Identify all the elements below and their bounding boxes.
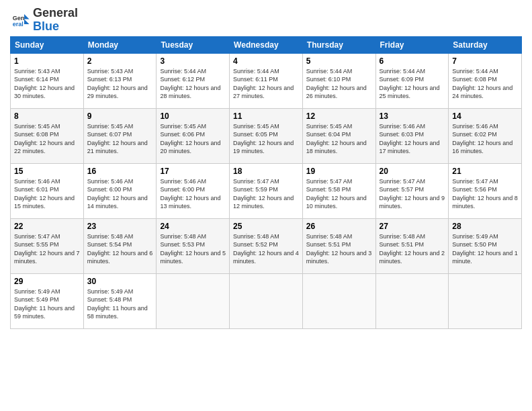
day-number: 24 (160, 222, 226, 231)
day-number: 12 (306, 111, 372, 121)
calendar-day-cell: 8 Sunrise: 5:45 AM Sunset: 6:08 PM Dayli… (11, 108, 84, 163)
day-info: Sunrise: 5:46 AM Sunset: 6:02 PM Dayligh… (452, 122, 518, 156)
day-info: Sunrise: 5:49 AM Sunset: 5:48 PM Dayligh… (87, 287, 153, 321)
day-number: 26 (306, 222, 372, 231)
day-info: Sunrise: 5:48 AM Sunset: 5:54 PM Dayligh… (87, 232, 153, 266)
day-info: Sunrise: 5:43 AM Sunset: 6:13 PM Dayligh… (87, 67, 153, 101)
calendar-day-cell (302, 273, 375, 328)
day-info: Sunrise: 5:45 AM Sunset: 6:06 PM Dayligh… (160, 122, 226, 156)
calendar-day-cell: 12 Sunrise: 5:45 AM Sunset: 6:04 PM Dayl… (302, 108, 375, 163)
calendar-day-cell: 19 Sunrise: 5:47 AM Sunset: 5:58 PM Dayl… (302, 163, 375, 218)
day-number: 25 (233, 222, 299, 231)
day-info: Sunrise: 5:45 AM Sunset: 6:04 PM Dayligh… (306, 122, 372, 156)
day-number: 7 (452, 56, 518, 66)
day-info: Sunrise: 5:48 AM Sunset: 5:53 PM Dayligh… (160, 232, 226, 266)
calendar-day-cell: 29 Sunrise: 5:49 AM Sunset: 5:49 PM Dayl… (11, 273, 84, 328)
day-number: 23 (87, 222, 153, 231)
day-info: Sunrise: 5:47 AM Sunset: 5:56 PM Dayligh… (452, 177, 518, 211)
calendar-week-row: 15 Sunrise: 5:46 AM Sunset: 6:01 PM Dayl… (11, 163, 522, 218)
weekday-header: Sunday (11, 36, 84, 53)
calendar-week-row: 8 Sunrise: 5:45 AM Sunset: 6:08 PM Dayli… (11, 108, 522, 163)
calendar-day-cell: 14 Sunrise: 5:46 AM Sunset: 6:02 PM Dayl… (449, 108, 522, 163)
day-info: Sunrise: 5:44 AM Sunset: 6:11 PM Dayligh… (233, 67, 299, 101)
calendar-day-cell: 9 Sunrise: 5:45 AM Sunset: 6:07 PM Dayli… (83, 108, 157, 163)
calendar-day-cell: 7 Sunrise: 5:44 AM Sunset: 6:08 PM Dayli… (449, 53, 522, 108)
calendar-day-cell: 16 Sunrise: 5:46 AM Sunset: 6:00 PM Dayl… (83, 163, 157, 218)
day-info: Sunrise: 5:46 AM Sunset: 6:03 PM Dayligh… (380, 122, 445, 156)
calendar-day-cell: 5 Sunrise: 5:44 AM Sunset: 6:10 PM Dayli… (302, 53, 375, 108)
day-info: Sunrise: 5:49 AM Sunset: 5:49 PM Dayligh… (14, 287, 80, 321)
svg-text:eral: eral (13, 21, 24, 28)
calendar-day-cell: 10 Sunrise: 5:45 AM Sunset: 6:06 PM Dayl… (157, 108, 230, 163)
calendar-day-cell: 24 Sunrise: 5:48 AM Sunset: 5:53 PM Dayl… (157, 218, 230, 273)
day-info: Sunrise: 5:46 AM Sunset: 6:00 PM Dayligh… (160, 177, 226, 211)
calendar-day-cell: 4 Sunrise: 5:44 AM Sunset: 6:11 PM Dayli… (230, 53, 303, 108)
day-info: Sunrise: 5:44 AM Sunset: 6:12 PM Dayligh… (160, 67, 226, 101)
day-number: 13 (380, 111, 445, 121)
weekday-header: Tuesday (157, 36, 230, 53)
day-info: Sunrise: 5:49 AM Sunset: 5:50 PM Dayligh… (452, 232, 518, 266)
day-number: 1 (14, 56, 80, 66)
calendar-header-row: SundayMondayTuesdayWednesdayThursdayFrid… (11, 36, 522, 53)
day-info: Sunrise: 5:45 AM Sunset: 6:08 PM Dayligh… (14, 122, 80, 156)
header: Gen eral GeneralBlue (10, 7, 522, 34)
calendar-week-row: 29 Sunrise: 5:49 AM Sunset: 5:49 PM Dayl… (11, 273, 522, 328)
weekday-header: Friday (375, 36, 449, 53)
weekday-header: Monday (83, 36, 157, 53)
logo-icon: Gen eral (10, 10, 30, 30)
calendar-week-row: 22 Sunrise: 5:47 AM Sunset: 5:55 PM Dayl… (11, 218, 522, 273)
day-number: 4 (233, 56, 299, 66)
day-number: 17 (160, 167, 226, 176)
day-number: 6 (380, 56, 445, 66)
logo-text: GeneralBlue (33, 7, 78, 34)
day-number: 5 (306, 56, 372, 66)
day-info: Sunrise: 5:48 AM Sunset: 5:51 PM Dayligh… (380, 232, 445, 266)
day-info: Sunrise: 5:45 AM Sunset: 6:07 PM Dayligh… (87, 122, 153, 156)
calendar-day-cell: 25 Sunrise: 5:48 AM Sunset: 5:52 PM Dayl… (230, 218, 303, 273)
day-number: 10 (160, 111, 226, 121)
calendar-day-cell (449, 273, 522, 328)
calendar-day-cell: 22 Sunrise: 5:47 AM Sunset: 5:55 PM Dayl… (11, 218, 84, 273)
weekday-header: Saturday (449, 36, 522, 53)
day-number: 20 (380, 167, 445, 176)
calendar-table: SundayMondayTuesdayWednesdayThursdayFrid… (10, 36, 522, 329)
calendar-day-cell: 3 Sunrise: 5:44 AM Sunset: 6:12 PM Dayli… (157, 53, 230, 108)
calendar-day-cell: 28 Sunrise: 5:49 AM Sunset: 5:50 PM Dayl… (449, 218, 522, 273)
page-container: Gen eral GeneralBlue SundayMondayTuesday… (0, 0, 532, 336)
calendar-day-cell: 13 Sunrise: 5:46 AM Sunset: 6:03 PM Dayl… (375, 108, 449, 163)
calendar-day-cell: 1 Sunrise: 5:43 AM Sunset: 6:14 PM Dayli… (11, 53, 84, 108)
calendar-day-cell: 18 Sunrise: 5:47 AM Sunset: 5:59 PM Dayl… (230, 163, 303, 218)
logo: Gen eral GeneralBlue (10, 7, 78, 34)
day-number: 28 (452, 222, 518, 231)
calendar-day-cell (157, 273, 230, 328)
day-number: 29 (14, 277, 80, 286)
day-number: 3 (160, 56, 226, 66)
day-info: Sunrise: 5:47 AM Sunset: 5:55 PM Dayligh… (14, 232, 80, 266)
day-info: Sunrise: 5:45 AM Sunset: 6:05 PM Dayligh… (233, 122, 299, 156)
weekday-header: Thursday (302, 36, 375, 53)
day-info: Sunrise: 5:47 AM Sunset: 5:57 PM Dayligh… (380, 177, 445, 211)
day-number: 30 (87, 277, 153, 286)
day-number: 15 (14, 167, 80, 176)
calendar-day-cell: 17 Sunrise: 5:46 AM Sunset: 6:00 PM Dayl… (157, 163, 230, 218)
calendar-week-row: 1 Sunrise: 5:43 AM Sunset: 6:14 PM Dayli… (11, 53, 522, 108)
day-info: Sunrise: 5:48 AM Sunset: 5:51 PM Dayligh… (306, 232, 372, 266)
day-number: 18 (233, 167, 299, 176)
day-number: 16 (87, 167, 153, 176)
day-number: 9 (87, 111, 153, 121)
calendar-day-cell: 6 Sunrise: 5:44 AM Sunset: 6:09 PM Dayli… (375, 53, 449, 108)
day-info: Sunrise: 5:47 AM Sunset: 5:58 PM Dayligh… (306, 177, 372, 211)
day-info: Sunrise: 5:48 AM Sunset: 5:52 PM Dayligh… (233, 232, 299, 266)
day-number: 14 (452, 111, 518, 121)
day-number: 21 (452, 167, 518, 176)
day-info: Sunrise: 5:44 AM Sunset: 6:09 PM Dayligh… (380, 67, 445, 101)
weekday-header: Wednesday (230, 36, 303, 53)
day-number: 2 (87, 56, 153, 66)
calendar-day-cell: 26 Sunrise: 5:48 AM Sunset: 5:51 PM Dayl… (302, 218, 375, 273)
day-number: 8 (14, 111, 80, 121)
day-info: Sunrise: 5:47 AM Sunset: 5:59 PM Dayligh… (233, 177, 299, 211)
calendar-day-cell: 27 Sunrise: 5:48 AM Sunset: 5:51 PM Dayl… (375, 218, 449, 273)
calendar-day-cell (375, 273, 449, 328)
calendar-day-cell: 15 Sunrise: 5:46 AM Sunset: 6:01 PM Dayl… (11, 163, 84, 218)
calendar-day-cell: 30 Sunrise: 5:49 AM Sunset: 5:48 PM Dayl… (83, 273, 157, 328)
